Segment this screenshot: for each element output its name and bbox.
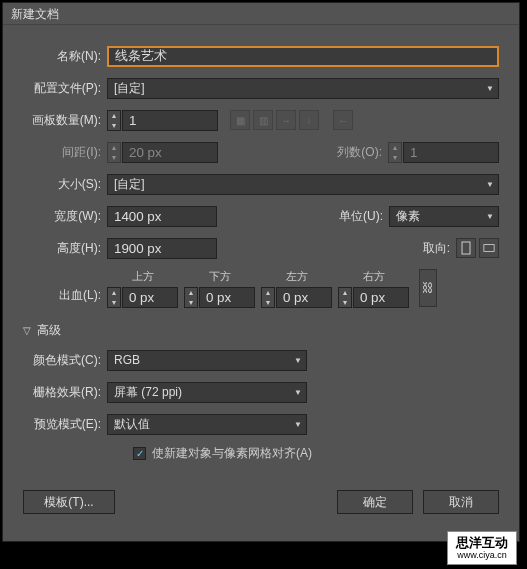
arrange-rtl-icon[interactable]: ← — [333, 110, 353, 130]
watermark-sub: www.ciya.cn — [456, 550, 508, 561]
bleed-right-stepper[interactable] — [338, 287, 352, 308]
preview-label: 预览模式(E): — [23, 416, 101, 433]
svg-rect-1 — [484, 245, 494, 252]
name-input[interactable] — [107, 46, 499, 67]
bleed-bottom-label: 下方 — [209, 269, 231, 284]
raster-value: 屏幕 (72 ppi) — [114, 384, 182, 401]
templates-button[interactable]: 模板(T)... — [23, 490, 115, 514]
size-label: 大小(S): — [23, 176, 101, 193]
ok-button[interactable]: 确定 — [337, 490, 413, 514]
svg-rect-0 — [462, 242, 470, 254]
bleed-right-input[interactable] — [353, 287, 409, 308]
colormode-dropdown[interactable]: RGB — [107, 350, 307, 371]
bleed-left-stepper[interactable] — [261, 287, 275, 308]
units-value: 像素 — [396, 208, 420, 225]
spacing-stepper — [107, 142, 121, 163]
dialog-titlebar[interactable]: 新建文档 — [3, 3, 519, 25]
dialog-title: 新建文档 — [11, 7, 59, 21]
orient-portrait-icon[interactable] — [456, 238, 476, 258]
bleed-top-input[interactable] — [122, 287, 178, 308]
columns-input — [403, 142, 499, 163]
artboards-stepper[interactable] — [107, 110, 121, 131]
profile-label: 配置文件(P): — [23, 80, 101, 97]
bleed-top-label: 上方 — [132, 269, 154, 284]
columns-label: 列数(O): — [337, 144, 382, 161]
raster-dropdown[interactable]: 屏幕 (72 ppi) — [107, 382, 307, 403]
size-value: [自定] — [114, 176, 145, 193]
artboards-label: 画板数量(M): — [23, 112, 101, 129]
orient-label: 取向: — [423, 240, 450, 257]
arrange-grid-row-icon[interactable]: ▦ — [230, 110, 250, 130]
new-document-dialog: 新建文档 名称(N): 配置文件(P): [自定] 画板数量(M): ▦ ▥ →… — [2, 2, 520, 542]
artboards-input[interactable] — [122, 110, 218, 131]
arrange-col-icon[interactable]: ↓ — [299, 110, 319, 130]
raster-label: 栅格效果(R): — [23, 384, 101, 401]
height-label: 高度(H): — [23, 240, 101, 257]
units-label: 单位(U): — [339, 208, 383, 225]
colormode-label: 颜色模式(C): — [23, 352, 101, 369]
cancel-button[interactable]: 取消 — [423, 490, 499, 514]
bleed-right-label: 右方 — [363, 269, 385, 284]
colormode-value: RGB — [114, 353, 140, 367]
columns-stepper — [388, 142, 402, 163]
watermark: 思洋互动 www.ciya.cn — [447, 531, 517, 565]
profile-dropdown[interactable]: [自定] — [107, 78, 499, 99]
spacing-input — [122, 142, 218, 163]
name-label: 名称(N): — [23, 48, 101, 65]
bleed-left-input[interactable] — [276, 287, 332, 308]
bleed-link-icon[interactable]: ⛓ — [419, 269, 437, 307]
advanced-header-label: 高级 — [37, 322, 61, 339]
size-dropdown[interactable]: [自定] — [107, 174, 499, 195]
profile-value: [自定] — [114, 80, 145, 97]
orient-landscape-icon[interactable] — [479, 238, 499, 258]
units-dropdown[interactable]: 像素 — [389, 206, 499, 227]
advanced-header[interactable]: 高级 — [23, 322, 499, 339]
bleed-bottom-input[interactable] — [199, 287, 255, 308]
bleed-bottom-stepper[interactable] — [184, 287, 198, 308]
align-checkbox[interactable]: ✓ — [133, 447, 146, 460]
width-input[interactable] — [107, 206, 217, 227]
height-input[interactable] — [107, 238, 217, 259]
watermark-main: 思洋互动 — [456, 535, 508, 550]
spacing-label: 间距(I): — [23, 144, 101, 161]
arrange-grid-col-icon[interactable]: ▥ — [253, 110, 273, 130]
preview-dropdown[interactable]: 默认值 — [107, 414, 307, 435]
preview-value: 默认值 — [114, 416, 150, 433]
bleed-left-label: 左方 — [286, 269, 308, 284]
bleed-label: 出血(L): — [23, 287, 101, 304]
dialog-content: 名称(N): 配置文件(P): [自定] 画板数量(M): ▦ ▥ → ↓ ← … — [3, 25, 519, 472]
dialog-footer: 模板(T)... 确定 取消 — [3, 472, 519, 514]
arrange-row-icon[interactable]: → — [276, 110, 296, 130]
width-label: 宽度(W): — [23, 208, 101, 225]
bleed-top-stepper[interactable] — [107, 287, 121, 308]
align-label: 使新建对象与像素网格对齐(A) — [152, 445, 312, 462]
